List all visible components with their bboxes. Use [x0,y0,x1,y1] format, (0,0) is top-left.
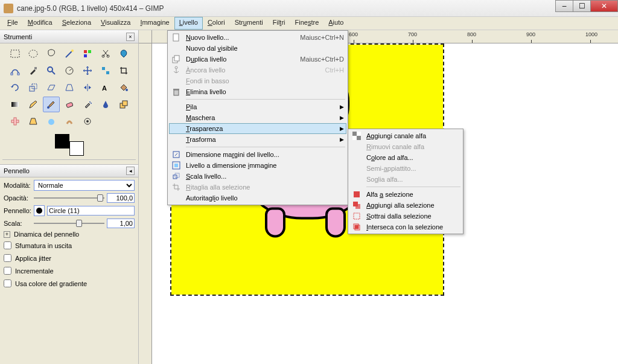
toolbox-close-button[interactable]: × [126,33,135,41]
tool-text[interactable]: A [97,80,114,95]
fit-icon [171,161,181,170]
tool-align[interactable] [97,63,114,78]
brush-preview[interactable] [34,205,45,216]
tool-pencil[interactable] [25,97,42,112]
menu-filtri[interactable]: Filtri [268,17,290,30]
tool-crop[interactable] [115,63,132,78]
fg-bg-color[interactable] [51,134,88,156]
brush-label: Pennello: [4,207,31,214]
menuitem-nuovo-livello-[interactable]: Nuovo livello...Maiusc+Ctrl+N [169,32,346,43]
tool-lasso[interactable] [43,46,60,62]
menu-seleziona[interactable]: Seleziona [57,17,96,30]
sq-sub-icon [352,211,362,221]
menuitem-maschera[interactable]: Maschera▶ [169,112,346,123]
menuitem-autoritaglio-livello[interactable]: Autoritaglio livello [169,193,346,203]
tool-flip[interactable] [79,80,96,95]
brush-name-input[interactable] [47,206,135,216]
menuitem-nuovo-dal-visibile[interactable]: Nuovo dal visibile [169,43,346,54]
menuitem-trasforma[interactable]: Trasforma▶ [169,134,346,145]
crop-icon [171,182,181,192]
tool-ink[interactable] [97,97,114,112]
menu-colori[interactable]: Colori [203,17,230,30]
tool-rotate[interactable] [7,80,24,95]
bg-color-swatch[interactable] [69,141,84,156]
incremental-checkbox[interactable]: Incrementale [4,266,135,276]
menuitem-dimensione-margini-del-livello-[interactable]: Dimensione margini del livello... [169,149,346,160]
tool-heal[interactable] [7,113,24,129]
brush-options-title: Pennello ◂ [0,164,138,177]
tool-dodge[interactable] [79,113,96,129]
menuitem-interseca-con-la-selezione[interactable]: Interseca con la selezione [349,222,462,232]
tool-fg-select[interactable] [115,46,132,62]
menuitem-livello-a-dimensione-immagine[interactable]: Livello a dimensione immagine [169,160,346,171]
tool-wand[interactable] [61,46,78,62]
svg-rect-35 [174,90,179,95]
tool-blur[interactable] [43,113,60,129]
tool-smudge[interactable] [61,113,78,129]
fg-color-swatch[interactable] [55,134,69,148]
tool-paths[interactable] [7,63,24,78]
svg-rect-19 [11,102,19,107]
window-close-button[interactable]: ✕ [590,0,618,12]
menu-file[interactable]: File [2,17,23,30]
scale-input[interactable] [107,219,135,228]
tool-bucket[interactable] [115,80,132,95]
brush-options-collapse[interactable]: ◂ [126,167,135,175]
menu-aiuto[interactable]: Aiuto [323,17,348,30]
tool-ellipse-select[interactable] [25,46,42,62]
menuitem-colore-ad-alfa-[interactable]: Colore ad alfa... [349,152,462,163]
tool-clone[interactable] [115,97,132,112]
menuitem-duplica-livello[interactable]: Duplica livelloMaiusc+Ctrl+D [169,54,346,65]
tool-rect-select[interactable] [7,46,24,62]
window-minimize-button[interactable]: – [555,0,573,12]
jitter-checkbox[interactable]: Applica jitter [4,253,135,263]
menu-livello[interactable]: Livello [174,17,203,30]
svg-rect-25 [123,101,127,106]
tool-perspective-clone[interactable] [25,113,42,129]
mode-select[interactable]: Normale [34,180,135,191]
svg-rect-39 [174,164,178,167]
opacity-input[interactable] [107,193,135,203]
window-title: cane.jpg-5.0 (RGB, 1 livello) 450x414 – … [17,4,164,13]
svg-point-28 [48,119,54,125]
tool-measure[interactable] [61,63,78,78]
menuitem-aggiungi-canale-alfa[interactable]: Aggiungi canale alfa [349,130,462,141]
tool-shear[interactable] [43,80,60,95]
tool-airbrush[interactable] [79,97,96,112]
menuitem-alfa-a-selezione[interactable]: Alfa a selezione [349,189,462,200]
menu-visualizza[interactable]: Visualizza [96,17,135,30]
submenu-trasparenza: Aggiungi canale alfaRimuovi canale alfaC… [348,129,464,234]
fade-checkbox[interactable]: Sfumatura in uscita [4,240,135,251]
menuitem-trasparenza[interactable]: Trasparenza▶ [169,123,346,134]
tool-color-select[interactable] [79,46,96,62]
menuitem-elimina-livello[interactable]: Elimina livello [169,86,346,97]
menu-immagine[interactable]: Immagine [135,17,174,30]
menu-modifica[interactable]: Modifica [23,17,57,30]
menuitem-pila[interactable]: Pila▶ [169,101,346,112]
toolbox-panel: Strumenti × A Pennello ◂ Modalità: Norma… [0,30,139,364]
tool-eraser[interactable] [61,97,78,112]
tool-scissors[interactable] [97,46,114,62]
opacity-slider[interactable] [34,194,104,202]
brush-dynamics-expander[interactable]: +Dinamica del pennello [4,231,135,238]
window-maximize-button[interactable]: ☐ [573,0,591,12]
tool-move[interactable] [79,63,96,78]
menuitem-aggiungi-alla-selezione[interactable]: Aggiungi alla selezione [349,200,462,211]
scale-slider[interactable] [34,219,104,228]
tool-scale[interactable] [25,80,42,95]
tool-picker[interactable] [25,63,42,78]
tool-brush[interactable] [43,97,60,112]
gradient-checkbox[interactable]: Usa colore del gradiente [4,278,135,289]
app-icon [4,4,13,13]
menuitem-sottrai-dalla-selezione[interactable]: Sottrai dalla selezione [349,211,462,222]
tool-zoom[interactable] [43,63,60,78]
menu-finestre[interactable]: Finestre [290,17,324,30]
svg-rect-31 [173,34,179,41]
tool-blend[interactable] [7,97,24,112]
menu-strumenti[interactable]: Strumenti [230,17,268,30]
submenu-arrow-icon: ▶ [340,115,344,121]
tool-perspective[interactable] [61,80,78,95]
menuitem-scala-livello-[interactable]: Scala livello... [169,171,346,182]
svg-rect-47 [355,204,360,209]
menu-bar: FileModificaSelezionaVisualizzaImmagineL… [0,17,618,30]
